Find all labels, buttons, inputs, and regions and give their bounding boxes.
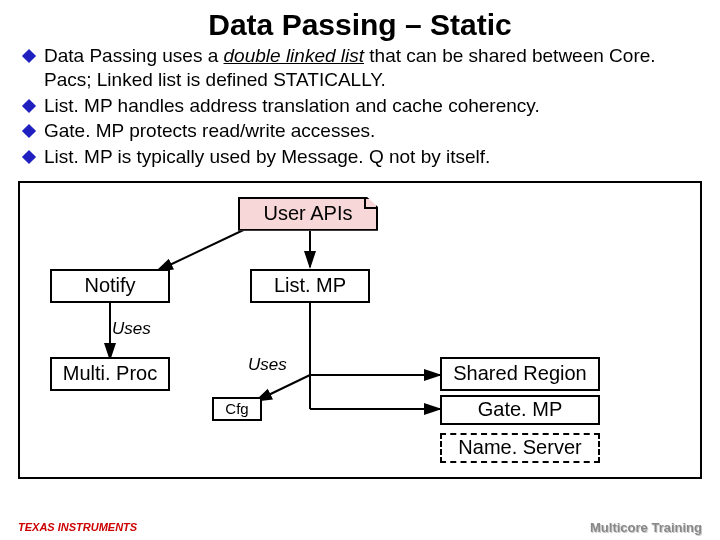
user-apis-box: User APIs	[238, 197, 378, 231]
bullet-text-part: Data Passing uses a	[44, 45, 224, 66]
listmp-box: List. MP	[250, 269, 370, 303]
bullet-diamond-icon	[22, 98, 36, 112]
dog-ear-icon	[364, 197, 378, 209]
uses-label-1: Uses	[112, 319, 151, 339]
bullet-text-emph: double linked list	[224, 45, 364, 66]
bullet-text: Data Passing uses a double linked list t…	[44, 44, 700, 92]
bullet-list: Data Passing uses a double linked list t…	[0, 44, 720, 177]
svg-line-6	[256, 375, 310, 401]
gatemp-box: Gate. MP	[440, 395, 600, 425]
bullet-diamond-icon	[22, 124, 36, 138]
notify-box: Notify	[50, 269, 170, 303]
bullet-text: List. MP handles address translation and…	[44, 94, 540, 118]
bullet-diamond-icon	[22, 49, 36, 63]
multicore-training-label: Multicore Training	[590, 520, 702, 535]
svg-line-0	[157, 225, 254, 271]
multiproc-box: Multi. Proc	[50, 357, 170, 391]
nameserver-box: Name. Server	[440, 433, 600, 463]
bullet-item: Data Passing uses a double linked list t…	[24, 44, 700, 92]
diagram-container: User APIs Notify List. MP Uses Multi. Pr…	[18, 181, 702, 479]
cfg-box: Cfg	[212, 397, 262, 421]
footer: TEXAS INSTRUMENTS Multicore Training	[0, 516, 720, 538]
bullet-item: List. MP is typically used by Message. Q…	[24, 145, 700, 169]
uses-label-2: Uses	[248, 355, 287, 375]
ti-logo: TEXAS INSTRUMENTS	[18, 521, 137, 533]
bullet-item: List. MP handles address translation and…	[24, 94, 700, 118]
slide-title: Data Passing – Static	[0, 0, 720, 44]
bullet-diamond-icon	[22, 150, 36, 164]
bullet-text: List. MP is typically used by Message. Q…	[44, 145, 490, 169]
shared-region-box: Shared Region	[440, 357, 600, 391]
bullet-text: Gate. MP protects read/write accesses.	[44, 119, 375, 143]
bullet-item: Gate. MP protects read/write accesses.	[24, 119, 700, 143]
